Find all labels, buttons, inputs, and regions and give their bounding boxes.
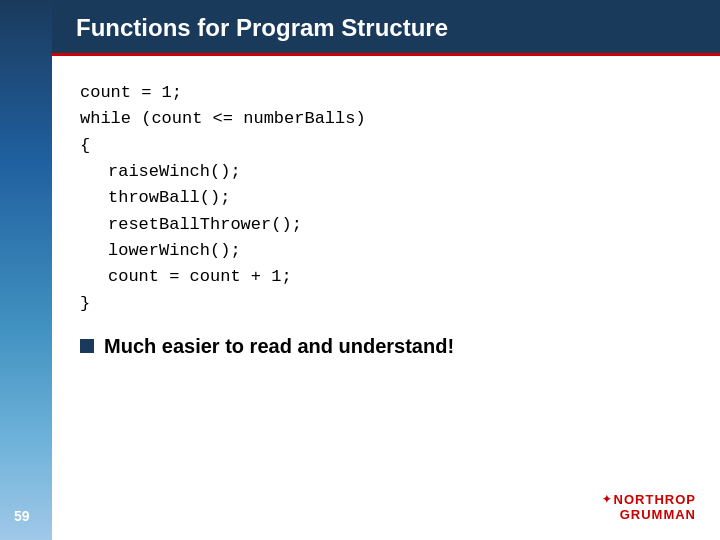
logo-northrop: NORTHROP (614, 492, 696, 507)
main-content: Functions for Program Structure count = … (52, 0, 720, 540)
code-block: count = 1; while (count <= numberBalls) … (80, 80, 692, 317)
code-line-7: lowerWinch(); (80, 238, 692, 264)
bullet-text: Much easier to read and understand! (104, 335, 454, 358)
code-line-9: } (80, 291, 692, 317)
code-line-3: { (80, 133, 692, 159)
logo-area: ✦ NORTHROP GRUMMAN (602, 492, 696, 522)
content-area: count = 1; while (count <= numberBalls) … (52, 56, 720, 378)
page-number: 59 (14, 508, 30, 524)
code-line-8: count = count + 1; (80, 264, 692, 290)
code-line-2: while (count <= numberBalls) (80, 106, 692, 132)
header: Functions for Program Structure (52, 0, 720, 56)
code-line-6: resetBallThrower(); (80, 212, 692, 238)
page-title: Functions for Program Structure (76, 14, 448, 41)
decorative-sidebar: 59 (0, 0, 52, 540)
bullet-section: Much easier to read and understand! (80, 335, 692, 358)
code-line-1: count = 1; (80, 80, 692, 106)
logo-grumman: GRUMMAN (620, 507, 696, 522)
bullet-icon (80, 339, 94, 353)
code-line-5: throwBall(); (80, 185, 692, 211)
code-line-4: raiseWinch(); (80, 159, 692, 185)
